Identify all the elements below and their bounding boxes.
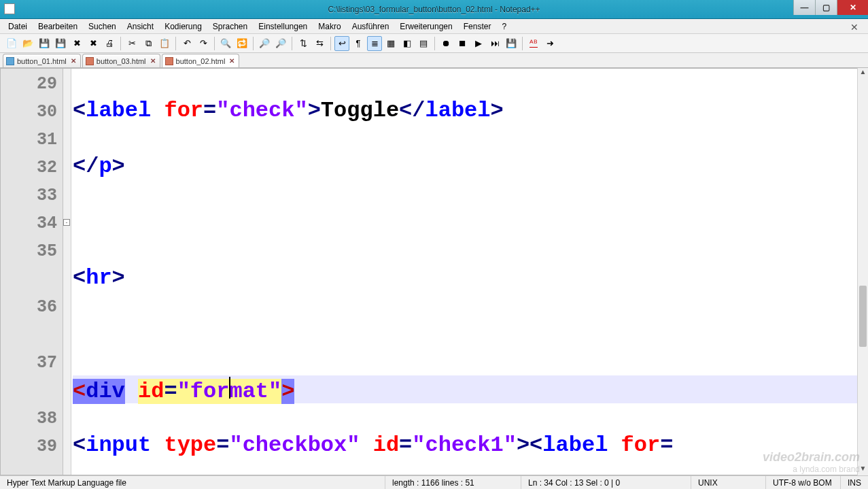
menu-datei[interactable]: Datei: [3, 20, 33, 33]
close-button[interactable]: ✕: [837, 0, 868, 15]
zoom-in-icon[interactable]: 🔎: [257, 36, 272, 51]
maximize-button[interactable]: ▢: [815, 0, 837, 15]
zoom-out-icon[interactable]: 🔎: [273, 36, 288, 51]
status-insert-mode: INS: [841, 476, 868, 489]
menu-bar: Datei Bearbeiten Suchen Ansicht Kodierun…: [0, 19, 868, 34]
window-controls: — ▢ ✕: [793, 0, 868, 15]
save-macro-icon[interactable]: 💾: [504, 36, 519, 51]
show-all-chars-icon[interactable]: ¶: [351, 36, 366, 51]
tab-label: button_03.html: [97, 57, 146, 65]
wordwrap-icon[interactable]: ↩: [334, 36, 349, 51]
user-lang-icon[interactable]: ▦: [383, 36, 398, 51]
code-line[interactable]: [73, 320, 867, 348]
menu-help[interactable]: ?: [496, 20, 512, 33]
play-macro-icon[interactable]: ▶: [471, 36, 486, 51]
save-icon[interactable]: 💾: [37, 36, 52, 51]
print-icon[interactable]: 🖨: [102, 36, 117, 51]
line-number: [1, 321, 63, 349]
toolbar-separator: [120, 37, 121, 50]
close-file-icon[interactable]: ✖: [69, 36, 84, 51]
app-icon: [4, 3, 15, 14]
redo-icon[interactable]: ↷: [196, 36, 211, 51]
line-number: 30: [1, 98, 63, 126]
line-number: 33: [1, 182, 63, 209]
minimize-button[interactable]: —: [793, 0, 815, 15]
line-number-gutter: 29 30 31 32 33 34 35 36 37 38 39: [1, 69, 63, 475]
toolbar-separator: [214, 37, 215, 50]
save-all-icon[interactable]: 💾: [53, 36, 68, 51]
replace-icon[interactable]: 🔁: [235, 36, 249, 51]
code-line-current[interactable]: <div id="format">: [73, 375, 867, 403]
sync-v-icon[interactable]: ⇅: [296, 36, 311, 51]
line-number: 34: [1, 209, 63, 237]
new-file-icon[interactable]: 📄: [4, 36, 19, 51]
fold-column: -: [63, 69, 71, 475]
code-line[interactable]: <input type="checkbox" id="check1"><labe…: [73, 431, 867, 459]
status-position: Ln : 34 Col : 13 Sel : 0 | 0: [521, 476, 691, 489]
fold-toggle-icon[interactable]: -: [63, 219, 70, 226]
menu-bearbeiten[interactable]: Bearbeiten: [33, 20, 83, 33]
menu-kodierung[interactable]: Kodierung: [159, 20, 207, 33]
tab-button-03[interactable]: button_03.html ✕: [82, 54, 160, 67]
status-bar: Hyper Text Markup Language file length :…: [0, 475, 868, 489]
line-number: [1, 377, 63, 405]
stop-macro-icon[interactable]: ⏹: [455, 36, 470, 51]
menu-erweiterungen[interactable]: Erweiterungen: [394, 20, 457, 33]
line-number: 29: [1, 70, 63, 98]
toolbar-separator: [253, 37, 254, 50]
menu-suchen[interactable]: Suchen: [83, 20, 122, 33]
toolbar-separator: [522, 37, 523, 50]
tab-button-01[interactable]: button_01.html ✕: [3, 54, 81, 67]
tab-close-icon[interactable]: ✕: [228, 57, 236, 65]
close-all-icon[interactable]: ✖: [86, 36, 101, 51]
scroll-up-icon[interactable]: ▲: [858, 68, 868, 79]
record-macro-icon[interactable]: ⏺: [438, 36, 453, 51]
spellcheck-next-icon[interactable]: ➜: [542, 36, 557, 51]
line-number: 39: [1, 433, 63, 460]
menu-einstellungen[interactable]: Einstellungen: [253, 20, 313, 33]
menu-ausfuehren[interactable]: Ausführen: [347, 20, 395, 33]
paste-icon[interactable]: 📋: [157, 36, 172, 51]
code-line[interactable]: </p>: [73, 152, 867, 180]
doc-map-icon[interactable]: ◧: [400, 36, 415, 51]
tab-bar: button_01.html ✕ button_03.html ✕ button…: [0, 53, 868, 68]
toolbar-separator: [434, 37, 435, 50]
vertical-scrollbar[interactable]: ▲ ▼: [857, 68, 868, 475]
indent-guide-icon[interactable]: ≣: [367, 36, 382, 51]
undo-icon[interactable]: ↶: [179, 36, 194, 51]
cut-icon[interactable]: ✂: [124, 36, 139, 51]
line-number: 32: [1, 154, 63, 182]
close-doc-button[interactable]: ✕: [845, 20, 864, 34]
file-icon: [165, 57, 173, 65]
code-line[interactable]: <label for="check">Toggle</label>: [73, 97, 867, 124]
code-line[interactable]: [73, 208, 867, 236]
line-number: 31: [1, 126, 63, 154]
play-multi-icon[interactable]: ⏭: [487, 36, 502, 51]
scroll-down-icon[interactable]: ▼: [858, 465, 868, 475]
window-title: C:\listings\03_formular_button\button_02…: [328, 5, 540, 14]
spellcheck-icon[interactable]: ᴬᴮ: [526, 36, 541, 51]
toolbar: 📄 📂 💾 💾 ✖ ✖ 🖨 ✂ ⧉ 📋 ↶ ↷ 🔍 🔁 🔎 🔎 ⇅ ⇆ ↩ ¶ …: [0, 34, 868, 53]
editor: 29 30 31 32 33 34 35 36 37 38 39 - <labe…: [0, 68, 868, 475]
open-file-icon[interactable]: 📂: [20, 36, 35, 51]
code-area[interactable]: <label for="check">Toggle</label> </p> <…: [71, 69, 867, 475]
func-list-icon[interactable]: ▤: [416, 36, 431, 51]
file-icon: [6, 57, 14, 65]
file-icon: [86, 57, 94, 65]
find-icon[interactable]: 🔍: [218, 36, 233, 51]
menu-fenster[interactable]: Fenster: [458, 20, 497, 33]
line-number: 36: [1, 293, 63, 321]
menu-sprachen[interactable]: Sprachen: [207, 20, 253, 33]
tab-label: button_02.html: [176, 57, 226, 65]
tab-button-02[interactable]: button_02.html ✕: [162, 54, 240, 67]
scroll-thumb[interactable]: [859, 286, 867, 347]
code-line[interactable]: <hr>: [73, 264, 867, 292]
menu-makro[interactable]: Makro: [313, 20, 346, 33]
tab-close-icon[interactable]: ✕: [149, 57, 157, 65]
toolbar-separator: [330, 37, 331, 50]
menu-ansicht[interactable]: Ansicht: [122, 20, 159, 33]
copy-icon[interactable]: ⧉: [141, 36, 156, 51]
status-language: Hyper Text Markup Language file: [0, 476, 385, 489]
sync-h-icon[interactable]: ⇆: [312, 36, 327, 51]
tab-close-icon[interactable]: ✕: [69, 57, 77, 65]
